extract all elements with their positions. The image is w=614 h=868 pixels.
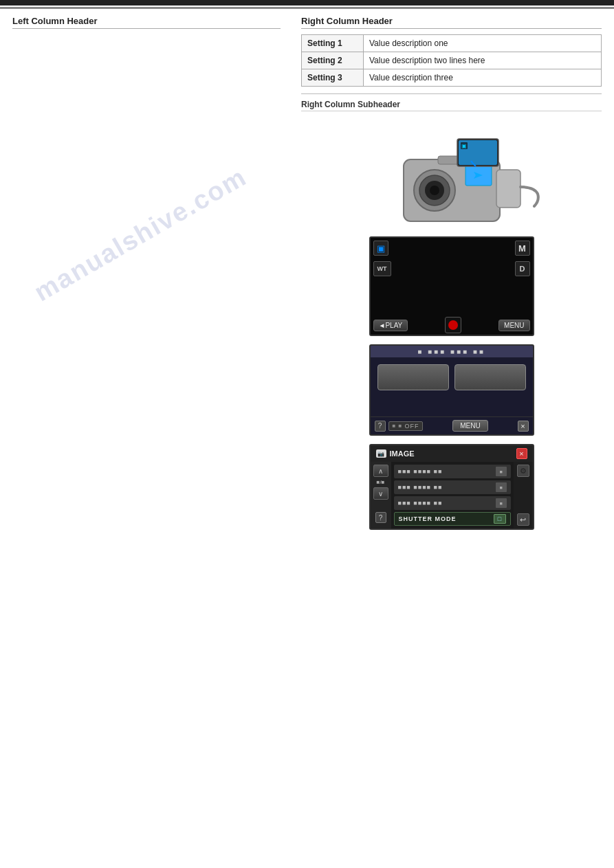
shutter-mode-badge: □ xyxy=(494,514,506,524)
left-col-header: Left Column Header xyxy=(12,16,281,29)
main-layout: Left Column Header Right Column Header S… xyxy=(0,9,614,538)
svg-rect-6 xyxy=(496,170,520,208)
menu-bottom-left: ? ■ ■ OFF xyxy=(375,421,424,432)
image-menu-nav: ∧ ■/■ ∨ ? xyxy=(371,462,391,528)
menu-bottom-bar: ? ■ ■ OFF MENU × xyxy=(371,416,533,434)
menu-spacer xyxy=(371,397,533,416)
menu-item-1[interactable]: ■■■ ■■■■ ■■ ■ xyxy=(394,465,511,478)
camera-svg: ▣ xyxy=(362,118,541,228)
viewfinder-bottom-bar: ◄PLAY MENU xyxy=(371,315,533,335)
table-row: Setting 3 Value description three xyxy=(302,69,602,87)
viewfinder-screen: ▣ M WT D ◄PLAY MENU xyxy=(369,236,534,336)
menu-btn[interactable]: MENU xyxy=(452,420,487,432)
menu-title-bar: ■ ■■■ ■■■ ■■ xyxy=(371,346,533,357)
table-cell-key: Setting 1 xyxy=(302,35,364,52)
menu-button[interactable]: MENU xyxy=(498,320,529,331)
image-menu-right-nav: ⚙ ↩ xyxy=(514,462,533,528)
camera-illustration: ▣ xyxy=(301,118,602,228)
viewfinder-wt-indicator: WT xyxy=(373,261,391,276)
back-icon[interactable]: ↩ xyxy=(517,513,529,526)
shutter-mode-text: SHUTTER MODE xyxy=(399,515,457,522)
nav-up-button[interactable]: ∧ xyxy=(373,465,388,477)
help-icon[interactable]: ? xyxy=(375,421,386,432)
image-menu-title-text: IMAGE xyxy=(390,449,415,458)
left-column: Left Column Header xyxy=(12,16,281,538)
table-cell-value: Value description one xyxy=(364,35,602,52)
menu-item-2-badge: ■ xyxy=(496,482,507,492)
shutter-mode-row[interactable]: SHUTTER MODE □ xyxy=(394,512,511,526)
table-cell-key: Setting 2 xyxy=(302,52,364,69)
table-row: Setting 1 Value description one xyxy=(302,35,602,52)
divider xyxy=(301,93,602,94)
header-bar xyxy=(0,0,614,5)
menu-item-1-text: ■■■ ■■■■ ■■ xyxy=(398,468,443,475)
right-column: Right Column Header Setting 1 Value desc… xyxy=(294,16,602,538)
image-menu-title: 📷 IMAGE xyxy=(376,449,415,458)
menu-buttons-row xyxy=(371,357,533,397)
menu-item-2-text: ■■■ ■■■■ ■■ xyxy=(398,484,443,491)
table-row: Setting 2 Value description two lines he… xyxy=(302,52,602,69)
viewfinder-d-indicator: D xyxy=(515,261,530,276)
menu-item-2[interactable]: ■■■ ■■■■ ■■ ■ xyxy=(394,480,511,494)
right-col-header: Right Column Header xyxy=(301,16,602,29)
table-cell-value: Value description three xyxy=(364,69,602,87)
svg-point-4 xyxy=(430,186,439,195)
off-badge: ■ ■ OFF xyxy=(388,421,424,431)
menu-screen-2: ■ ■■■ ■■■ ■■ ? ■ ■ OFF MENU × xyxy=(369,344,534,436)
menu-item-3-text: ■■■ ■■■■ ■■ xyxy=(398,500,443,507)
menu-item-1-badge: ■ xyxy=(496,467,507,476)
menu-item-3-badge: ■ xyxy=(496,498,507,508)
image-menu-close[interactable]: × xyxy=(516,448,527,459)
image-menu-body: ∧ ■/■ ∨ ? ■■■ ■■■■ ■■ ■ ■■■ ■■■■ ■■ ■ xyxy=(371,462,533,528)
camera-icon-small: 📷 xyxy=(376,449,386,458)
table-cell-key: Setting 3 xyxy=(302,69,364,87)
close-button[interactable]: × xyxy=(518,421,529,432)
svg-text:▣: ▣ xyxy=(461,143,467,149)
table-cell-value: Value description two lines here xyxy=(364,52,602,69)
gear-icon[interactable]: ⚙ xyxy=(517,465,529,477)
settings-table: Setting 1 Value description one Setting … xyxy=(301,34,602,87)
image-menu-header: 📷 IMAGE × xyxy=(371,445,533,462)
nav-down-button[interactable]: ∨ xyxy=(373,487,388,500)
menu-option-btn-2[interactable] xyxy=(454,364,526,390)
record-button[interactable] xyxy=(445,317,461,333)
menu-item-3[interactable]: ■■■ ■■■■ ■■ ■ xyxy=(394,496,511,510)
play-button[interactable]: ◄PLAY xyxy=(373,320,408,331)
image-menu-help-icon[interactable]: ? xyxy=(375,512,386,523)
image-menu-items: ■■■ ■■■■ ■■ ■ ■■■ ■■■■ ■■ ■ ■■■ ■■■■ ■■ … xyxy=(391,462,514,528)
record-circle xyxy=(448,320,458,330)
image-menu-screen: 📷 IMAGE × ∧ ■/■ ∨ ? ■■■ ■■■■ ■■ xyxy=(369,444,534,530)
viewfinder-camera-icon: ▣ xyxy=(373,241,388,256)
menu-option-btn-1[interactable] xyxy=(377,364,449,390)
nav-slash-label: ■/■ xyxy=(377,479,385,485)
viewfinder-mode-indicator: M xyxy=(515,241,530,256)
right-col-subheader: Right Column Subheader xyxy=(301,100,602,111)
